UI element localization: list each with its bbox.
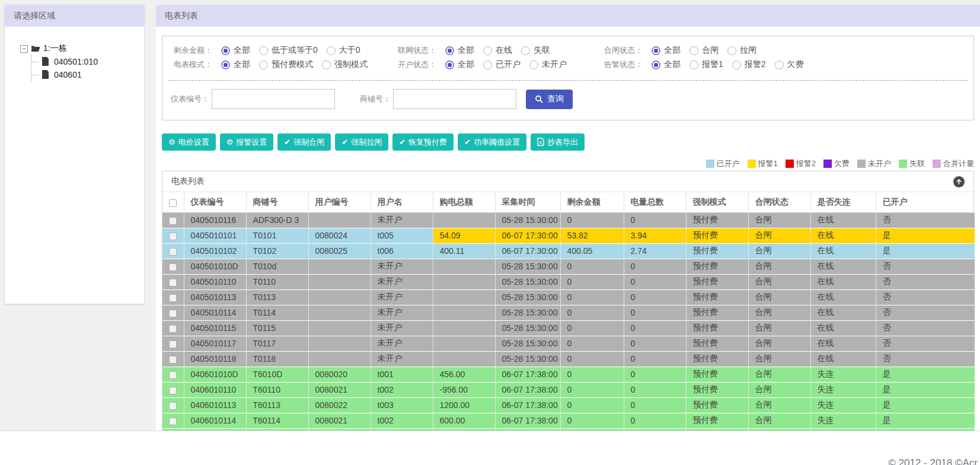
radio-label-alarm-0: 全部 (664, 59, 681, 70)
radio-balance-1[interactable] (259, 46, 268, 55)
row-select-cell (162, 336, 184, 351)
tree-root-label[interactable]: 1:一栋 (43, 43, 67, 54)
cell: 在线 (810, 274, 876, 289)
radio-label-meter-mode-2: 强制模式 (334, 59, 368, 70)
table-row: 0406010114T601140080021t002600.0006-07 1… (162, 413, 975, 428)
folder-icon (31, 44, 40, 53)
cell: 05-28 15:30:00 (495, 212, 560, 228)
row-checkbox[interactable] (169, 310, 177, 317)
check-icon: ✔ (464, 138, 471, 146)
sidebar-title: 请选择区域 (5, 5, 144, 27)
legend-label: 报警2 (796, 158, 816, 169)
table-row: 0405010117T0117未开户05-28 15:30:0000预付费合闸在… (162, 336, 975, 351)
tree-connector (31, 62, 39, 62)
cell: 合闸 (748, 320, 810, 336)
table-row: 0405010101T01010080024t00554.0906-07 17:… (162, 228, 975, 243)
radio-network-1[interactable] (483, 46, 492, 55)
action-button-power-threshold[interactable]: ✔功率阈值设置 (458, 133, 526, 151)
table-row: 0405010114T0114未开户05-28 15:30:0000预付费合闸在… (162, 305, 975, 320)
radio-alarm-0[interactable] (652, 60, 660, 69)
meter-no-label: 仪表编号： (171, 94, 209, 104)
tree-node[interactable]: 040601 (31, 68, 144, 81)
cell: T60110 (246, 382, 308, 397)
cell: 0 (624, 305, 686, 320)
radio-account-2[interactable] (529, 60, 538, 69)
query-button[interactable]: 查询 (526, 90, 573, 109)
filter-label-balance: 剩余金额： (166, 45, 212, 56)
row-checkbox[interactable] (169, 248, 177, 256)
shop-no-input[interactable] (393, 89, 516, 109)
action-button-label: 强制合闸 (293, 137, 324, 148)
radio-network-0[interactable] (445, 46, 454, 55)
row-checkbox[interactable] (169, 263, 177, 271)
action-button-price-setting[interactable]: ⚙电价设置 (162, 133, 216, 151)
cell: 0 (560, 320, 624, 336)
tree-collapse-icon[interactable]: − (20, 45, 28, 53)
cell: 400.05 (560, 243, 624, 259)
radio-alarm-1[interactable] (689, 60, 698, 69)
legend-label: 欠费 (834, 158, 850, 169)
check-icon: ✔ (399, 138, 406, 146)
select-all-checkbox[interactable] (169, 199, 177, 207)
cell: t003 (371, 397, 433, 413)
row-checkbox[interactable] (169, 217, 177, 225)
action-button-alarm-setting[interactable]: ⚙报警设置 (220, 133, 274, 151)
radio-balance-2[interactable] (327, 46, 336, 55)
cell: 合闸 (748, 274, 810, 289)
radio-switch-2[interactable] (727, 46, 736, 55)
table-row: 0406010110T601100080021t002-956.0006-07 … (162, 382, 975, 397)
action-button-force-open[interactable]: ✔强制拉闸 (335, 133, 388, 151)
scroll-top-icon[interactable] (953, 176, 965, 187)
radio-meter-mode-2[interactable] (322, 60, 331, 69)
tree-node-label-0[interactable]: 040501:010 (54, 57, 98, 66)
radio-alarm-3[interactable] (775, 60, 784, 69)
radio-account-0[interactable] (445, 60, 454, 69)
row-checkbox[interactable] (169, 418, 177, 425)
filter-group-account: 开户状态：全部已开户未开户 (390, 59, 596, 70)
row-checkbox[interactable] (169, 325, 177, 333)
cell: 0 (560, 289, 624, 305)
radio-network-2[interactable] (521, 46, 530, 55)
meter-no-input[interactable] (212, 89, 335, 109)
radio-account-1[interactable] (483, 60, 492, 69)
radio-meter-mode-0[interactable] (221, 60, 230, 69)
row-checkbox[interactable] (169, 371, 177, 379)
row-checkbox[interactable] (169, 387, 177, 394)
row-checkbox[interactable] (169, 340, 177, 348)
row-checkbox[interactable] (169, 232, 177, 240)
tree-node-label-1[interactable]: 040601 (54, 70, 82, 79)
radio-switch-1[interactable] (689, 46, 698, 55)
cell: 未开户 (371, 289, 433, 305)
row-checkbox[interactable] (169, 402, 177, 410)
cell: 040501010D (184, 259, 246, 274)
row-checkbox[interactable] (169, 279, 177, 286)
radio-switch-0[interactable] (652, 46, 660, 55)
cell: 0 (560, 259, 624, 274)
file-icon (42, 57, 51, 66)
radio-meter-mode-1[interactable] (259, 60, 268, 69)
cell: 合闸 (748, 243, 810, 259)
cell: 预付费 (686, 367, 748, 382)
filter-label-alarm: 告警状态： (596, 59, 643, 70)
cell: 合闸 (748, 382, 810, 397)
cell: 失连 (810, 382, 876, 397)
check-icon: ✔ (284, 138, 291, 146)
action-button-restore-prepaid[interactable]: ✔恢复预付费 (392, 133, 454, 151)
radio-balance-0[interactable] (221, 46, 230, 55)
radio-alarm-2[interactable] (732, 60, 741, 69)
action-button-force-close[interactable]: ✔强制合闸 (277, 133, 331, 151)
tree-connector (31, 75, 39, 75)
tree-root-node[interactable]: − 1:一栋 (20, 43, 144, 54)
action-button-meter-export[interactable]: 抄表导出 (531, 133, 585, 151)
cell: 在线 (810, 259, 876, 274)
cell: 合闸 (748, 305, 810, 320)
cell: 合闸 (748, 351, 810, 367)
row-checkbox[interactable] (169, 294, 177, 302)
tree-children: 040501:010040601 (31, 55, 144, 81)
tree-node[interactable]: 040501:010 (31, 55, 144, 68)
cell: 05-28 15:30:00 (495, 289, 560, 305)
shop-no-label: 商铺号： (360, 94, 391, 104)
table-title: 电表列表 (171, 176, 205, 187)
row-checkbox[interactable] (169, 356, 177, 364)
cell: T0118 (246, 351, 308, 367)
